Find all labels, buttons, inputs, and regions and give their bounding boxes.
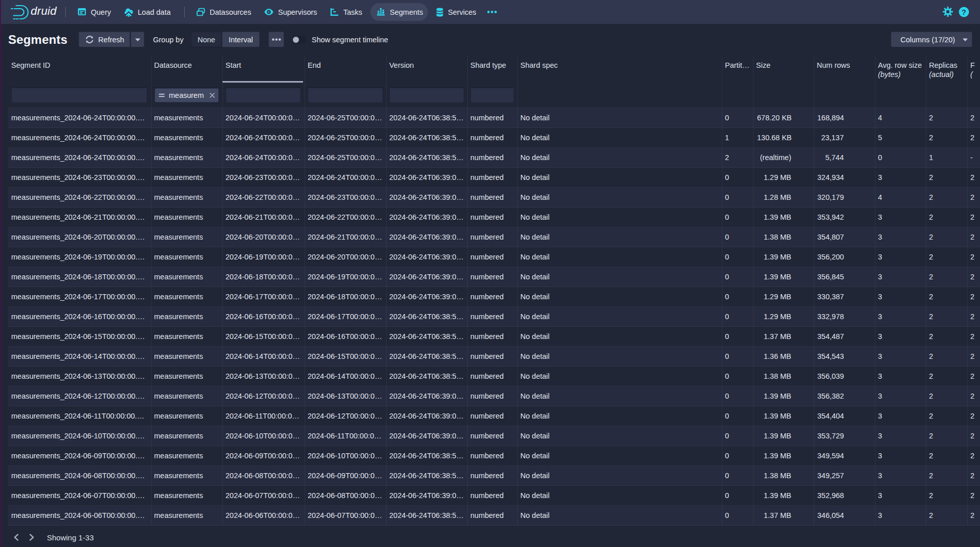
svg-text:?: ? [962,8,966,16]
